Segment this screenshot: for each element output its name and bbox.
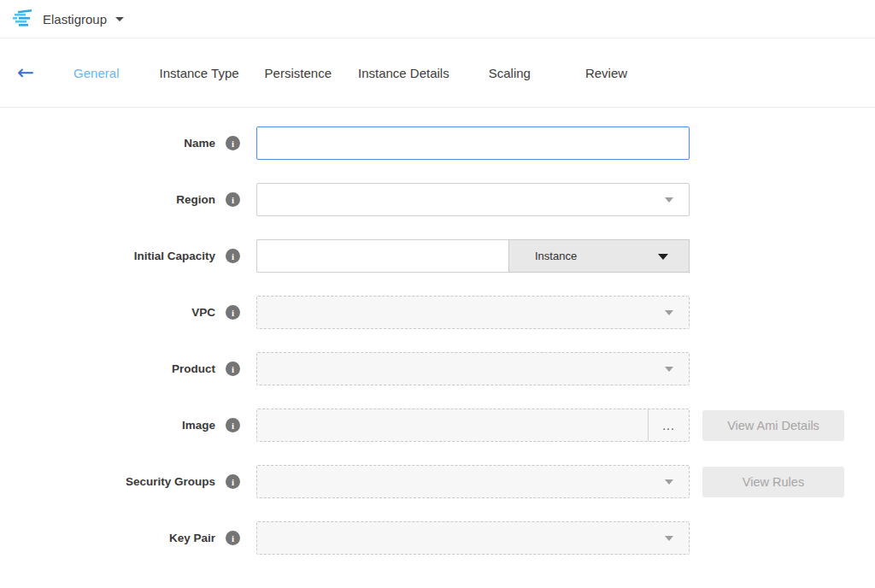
back-arrow-icon[interactable]: ← [17, 62, 34, 83]
general-form: Name i Region i Initial Capacity i [0, 108, 875, 555]
tab-list: General Instance Type Persistence Instan… [73, 66, 627, 80]
name-label: Name [184, 137, 215, 150]
info-icon[interactable]: i [226, 418, 240, 432]
image-label: Image [182, 419, 215, 432]
info-icon[interactable]: i [226, 305, 240, 320]
initial-capacity-input[interactable] [256, 239, 508, 273]
tab-persistence[interactable]: Persistence [265, 66, 332, 80]
product-label: Product [172, 362, 215, 375]
chevron-down-icon [665, 536, 673, 541]
form-row-vpc: VPC i [0, 296, 875, 329]
product-select [256, 352, 690, 385]
key-pair-select [256, 521, 690, 555]
tab-general[interactable]: General [73, 66, 119, 80]
image-input [257, 409, 648, 441]
tab-instance-type[interactable]: Instance Type [159, 66, 238, 80]
form-row-key-pair: Key Pair i [0, 521, 875, 555]
vpc-select [256, 296, 690, 329]
chevron-down-icon[interactable] [115, 17, 124, 21]
initial-capacity-label: Initial Capacity [134, 250, 215, 262]
info-icon[interactable]: i [226, 192, 240, 207]
tab-instance-details[interactable]: Instance Details [358, 66, 449, 80]
info-icon[interactable]: i [226, 362, 240, 376]
region-select[interactable] [256, 183, 690, 216]
security-groups-select [256, 465, 690, 498]
capacity-unit-value: Instance [535, 250, 577, 262]
view-ami-details-button[interactable]: View Ami Details [702, 410, 844, 441]
elastigroup-logo-icon [12, 9, 34, 28]
app-header: Elastigroup [0, 0, 875, 38]
image-browse-button[interactable]: ... [648, 409, 689, 441]
key-pair-label: Key Pair [169, 532, 215, 544]
form-row-product: Product i [0, 352, 875, 385]
view-rules-button[interactable]: View Rules [702, 467, 844, 497]
info-icon[interactable]: i [226, 531, 240, 545]
name-input[interactable] [256, 126, 690, 160]
info-icon[interactable]: i [226, 474, 240, 489]
app-title[interactable]: Elastigroup [43, 12, 107, 26]
region-label: Region [176, 193, 215, 206]
form-row-name: Name i [0, 126, 875, 160]
vpc-label: VPC [191, 306, 215, 319]
image-field: ... [256, 409, 690, 442]
form-row-initial-capacity: Initial Capacity i Instance [0, 239, 875, 273]
chevron-down-icon [665, 479, 673, 485]
chevron-down-icon [665, 367, 673, 372]
security-groups-label: Security Groups [126, 475, 215, 488]
tab-scaling[interactable]: Scaling [489, 66, 531, 80]
form-row-image: Image i ... View Ami Details [0, 409, 875, 442]
chevron-down-icon [658, 254, 668, 260]
info-icon[interactable]: i [226, 136, 240, 150]
chevron-down-icon [665, 310, 673, 315]
capacity-unit-select[interactable]: Instance [508, 239, 690, 273]
form-row-region: Region i [0, 183, 875, 216]
info-icon[interactable]: i [226, 249, 240, 263]
form-row-security-groups: Security Groups i View Rules [0, 465, 875, 498]
chevron-down-icon [665, 197, 673, 203]
tab-review[interactable]: Review [585, 66, 627, 80]
wizard-tabbar: ← General Instance Type Persistence Inst… [0, 38, 875, 108]
